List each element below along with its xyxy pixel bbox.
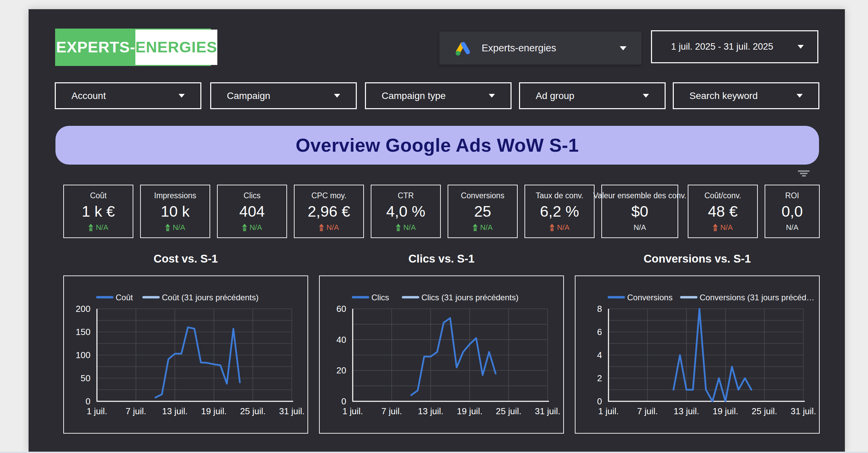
scorecard-label: Conversions [461,191,504,200]
scorecard-value: 0,0 [782,203,803,220]
filter-dropdown-search-keyword[interactable]: Search keyword [673,82,819,109]
chevron-down-icon [798,45,804,49]
svg-text:31 juil.: 31 juil. [790,406,816,416]
scorecard-clics: Clics404N/A [217,185,287,238]
scorecard-value: 6,2 % [540,203,579,220]
filter-dropdown-campaign[interactable]: Campaign [210,82,357,109]
chart-title: Conversions vs. S-1 [575,252,820,267]
scorecard-value: 25 [474,203,491,220]
scorecard-value: 4,0 % [386,203,425,220]
scorecard-label: Coût [90,191,107,200]
chevron-down-icon [620,46,627,50]
svg-text:19 juil.: 19 juil. [201,406,227,416]
scorecard-value: $0 [631,203,648,220]
scorecard-label: Taux de conv. [536,191,583,200]
svg-text:25 juil.: 25 juil. [752,406,777,416]
svg-text:1 juil.: 1 juil. [343,406,363,416]
filter-icon[interactable] [798,170,810,177]
scorecard-delta: N/A [165,224,185,231]
svg-text:2: 2 [597,373,602,383]
svg-text:0: 0 [86,396,90,406]
svg-text:0: 0 [341,396,346,406]
account-selector-dropdown[interactable]: Experts-energies [439,32,641,65]
scorecard-valeur-ensemble-des-conv-: Valeur ensemble des conv.$0N/A [601,185,678,238]
chevron-down-icon [334,94,340,98]
scorecard-value: 1 k € [82,203,115,220]
scorecard-delta: N/A [786,224,799,231]
svg-text:8: 8 [597,304,602,314]
filter-dropdown-account[interactable]: Account [55,82,201,109]
chevron-down-icon [797,94,803,98]
trend-up-arrow-icon [550,224,554,231]
svg-text:25 juil.: 25 juil. [240,406,266,416]
svg-text:13 juil.: 13 juil. [162,406,188,416]
account-selector-label: Experts-energies [482,43,620,54]
filter-label: Campaign type [382,90,489,101]
scorecard-co-t-conv-: Coût/conv.48 €N/A [688,185,758,238]
scorecard-value: 10 k [161,203,189,220]
svg-text:Conversions (31 jours précéd…: Conversions (31 jours précéd… [700,293,815,302]
google-ads-icon [454,39,472,57]
scorecard-delta: N/A [634,224,646,231]
scorecard-value: 48 € [708,203,738,220]
svg-text:7 juil.: 7 juil. [637,406,658,416]
scorecard-impressions: Impressions10 kN/A [140,185,210,238]
svg-text:6: 6 [597,327,602,337]
filter-dropdown-ad-group[interactable]: Ad group [519,82,666,109]
svg-text:1 juil.: 1 juil. [87,406,107,416]
svg-text:0: 0 [597,396,602,406]
svg-text:Conversions: Conversions [627,293,672,302]
svg-text:Clics (31 jours précédents): Clics (31 jours précédents) [421,293,518,302]
svg-text:20: 20 [336,365,346,375]
filter-label: Campaign [227,90,334,101]
svg-text:13 juil.: 13 juil. [418,406,444,416]
scorecard-label: CPC moy. [311,191,346,200]
date-range-picker[interactable]: 1 juil. 2025 - 31 juil. 2025 [651,30,818,63]
scorecard-co-t: Coût1 k €N/A [63,185,133,238]
chevron-down-icon [179,94,185,98]
svg-text:Coût: Coût [116,293,133,302]
svg-text:4: 4 [597,350,602,360]
scorecard-label: Impressions [154,191,196,200]
report-title-banner: Overview Google Ads WoW S-1 [55,126,819,165]
scorecard-value: 404 [239,203,265,220]
svg-text:31 juil.: 31 juil. [279,406,304,416]
trend-up-arrow-icon [396,224,401,231]
date-range-value: 1 juil. 2025 - 31 juil. 2025 [671,41,798,52]
experts-energies-logo: EXPERTS- ENERGIES [55,29,211,66]
chart-title: Cost vs. S-1 [63,252,308,267]
svg-text:50: 50 [81,373,90,383]
scorecard-delta: N/A [396,224,416,231]
line-chart-conversions-vs-s-1: 024681 juil.7 juil.13 juil.19 juil.25 ju… [575,275,820,434]
scorecard-delta: N/A [473,224,493,231]
svg-text:Clics: Clics [371,293,389,302]
chevron-down-icon [489,94,495,98]
svg-text:19 juil.: 19 juil. [713,406,738,416]
filter-dropdown-campaign-type[interactable]: Campaign type [365,82,512,109]
chevron-down-icon [643,94,649,98]
scorecard-delta: N/A [713,224,733,231]
svg-text:31 juil.: 31 juil. [535,406,560,416]
trend-up-arrow-icon [473,224,478,231]
svg-text:19 juil.: 19 juil. [457,406,482,416]
trend-up-arrow-icon [319,224,324,231]
svg-text:1 juil.: 1 juil. [598,406,619,416]
page-bottom-edge [0,452,868,453]
scorecard-ctr: CTR4,0 %N/A [371,185,441,238]
scorecard-label: Clics [244,191,261,200]
chart-title: Clics vs. S-1 [319,252,564,267]
logo-right-text: ENERGIES [135,30,217,65]
scorecard-delta: N/A [242,224,262,231]
scorecard-delta: N/A [319,224,339,231]
scorecard-label: Coût/conv. [704,191,741,200]
scorecard-roi: ROI0,0N/A [765,185,820,238]
svg-text:200: 200 [76,304,90,314]
scorecard-label: CTR [398,191,414,200]
scorecard-label: Valeur ensemble des conv. [593,191,686,200]
filter-label: Account [71,90,179,101]
page-title: Overview Google Ads WoW S-1 [296,134,579,156]
filter-label: Search keyword [689,90,797,101]
scorecard-cpc-moy-: CPC moy.2,96 €N/A [294,185,364,238]
logo-left-text: EXPERTS- [56,30,135,65]
svg-text:60: 60 [336,304,346,314]
